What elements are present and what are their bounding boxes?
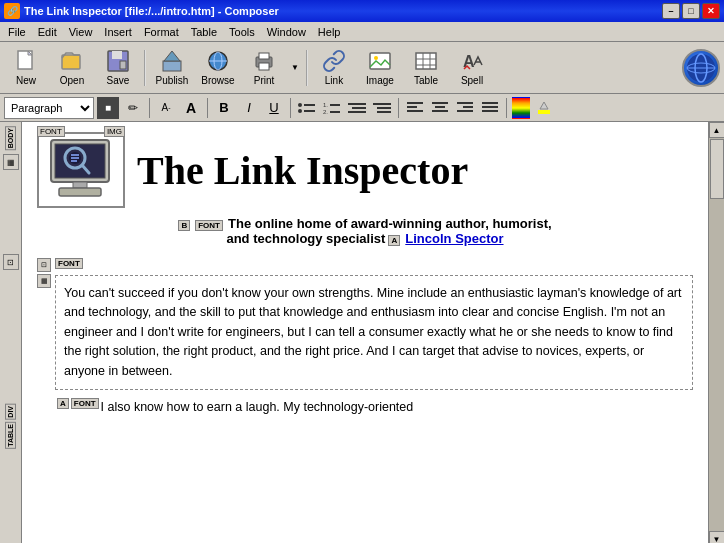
- save-icon: [106, 49, 130, 73]
- a-tag-2: A: [57, 398, 69, 409]
- image-label: Image: [366, 75, 394, 86]
- maximize-button[interactable]: □: [682, 3, 700, 19]
- fmt-sep-2: [207, 98, 208, 118]
- author-link[interactable]: Lincoln Spector: [405, 231, 503, 246]
- image-button[interactable]: Image: [358, 46, 402, 90]
- menu-tools[interactable]: Tools: [223, 24, 261, 40]
- sidebar-icon-2[interactable]: ⊡: [3, 254, 19, 270]
- body-paragraph-2: I also know how to earn a laugh. My tech…: [101, 398, 414, 417]
- fmt-sep-4: [398, 98, 399, 118]
- table-button[interactable]: Table: [404, 46, 448, 90]
- spell-button[interactable]: A Spell: [450, 46, 494, 90]
- print-icon: [252, 49, 276, 73]
- align-center-btn[interactable]: [429, 97, 451, 119]
- menubar: File Edit View Insert Format Table Tools…: [0, 22, 724, 42]
- menu-help[interactable]: Help: [312, 24, 347, 40]
- svg-text:1.: 1.: [323, 102, 328, 108]
- open-label: Open: [60, 75, 84, 86]
- print-label: Print: [254, 75, 275, 86]
- svg-rect-12: [259, 53, 269, 59]
- browser-globe: [682, 49, 720, 87]
- print-button[interactable]: Print: [242, 46, 286, 90]
- font-tag-2: FONT: [71, 398, 99, 409]
- font-increase-btn[interactable]: A: [180, 97, 202, 119]
- svg-rect-13: [259, 63, 269, 70]
- window-title: The Link Inspector [file:/.../intro.htm]…: [24, 5, 662, 17]
- pencil-btn[interactable]: ✏: [122, 97, 144, 119]
- link-button[interactable]: Link: [312, 46, 356, 90]
- ul-btn[interactable]: [296, 97, 318, 119]
- format-toolbar: Paragraph Heading 1 Heading 2 Normal ■ ✏…: [0, 94, 724, 122]
- body-tags-row: FONT: [55, 256, 693, 269]
- font-tag-intro: FONT: [195, 220, 223, 231]
- browse-button[interactable]: Browse: [196, 46, 240, 90]
- table-icon: [414, 49, 438, 73]
- svg-rect-5: [120, 61, 126, 69]
- menu-file[interactable]: File: [2, 24, 32, 40]
- font-color-btn[interactable]: ■: [97, 97, 119, 119]
- menu-table[interactable]: Table: [185, 24, 223, 40]
- browse-icon: [206, 49, 230, 73]
- intro-section: B FONT The online home of award-winning …: [37, 216, 693, 246]
- highlight-btn[interactable]: [533, 97, 555, 119]
- italic-btn[interactable]: I: [238, 97, 260, 119]
- publish-button[interactable]: Publish: [150, 46, 194, 90]
- scroll-up-button[interactable]: ▲: [709, 122, 725, 138]
- fmt-sep-1: [149, 98, 150, 118]
- table-label: Table: [414, 75, 438, 86]
- svg-point-15: [374, 56, 378, 60]
- align-left-btn[interactable]: [404, 97, 426, 119]
- align-right-btn[interactable]: [454, 97, 476, 119]
- open-button[interactable]: Open: [50, 46, 94, 90]
- close-button[interactable]: ✕: [702, 3, 720, 19]
- font-tag-body: FONT: [55, 258, 83, 269]
- new-button[interactable]: New: [4, 46, 48, 90]
- font-tag-header: FONT: [37, 126, 65, 137]
- body-tag[interactable]: BODY: [5, 126, 16, 150]
- svg-rect-53: [538, 110, 550, 114]
- print-dropdown[interactable]: ▼: [288, 46, 302, 90]
- bold-btn[interactable]: B: [213, 97, 235, 119]
- body-left-tags: ⊡ ▦: [37, 256, 55, 390]
- align-justify-btn[interactable]: [479, 97, 501, 119]
- second-para-section: A FONT I also know how to earn a laugh. …: [37, 398, 693, 417]
- paragraph-style-select[interactable]: Paragraph Heading 1 Heading 2 Normal: [4, 97, 94, 119]
- img-tag: IMG: [104, 126, 125, 137]
- minimize-button[interactable]: –: [662, 3, 680, 19]
- menu-format[interactable]: Format: [138, 24, 185, 40]
- menu-view[interactable]: View: [63, 24, 99, 40]
- scroll-down-button[interactable]: ▼: [709, 531, 725, 543]
- b-tag: B: [178, 220, 190, 231]
- content-area[interactable]: IMG FONT: [22, 122, 708, 543]
- titlebar: 🔗 The Link Inspector [file:/.../intro.ht…: [0, 0, 724, 22]
- indent-btn[interactable]: [371, 97, 393, 119]
- body-icon-1[interactable]: ⊡: [37, 258, 51, 272]
- fmt-sep-5: [506, 98, 507, 118]
- ol-btn[interactable]: 1.2.: [321, 97, 343, 119]
- svg-rect-6: [163, 61, 181, 71]
- color-picker-btn[interactable]: [512, 97, 530, 119]
- image-icon: [368, 49, 392, 73]
- font-decrease-btn[interactable]: A-: [155, 97, 177, 119]
- a-tag: A: [388, 235, 400, 246]
- scroll-thumb[interactable]: [710, 139, 724, 199]
- menu-edit[interactable]: Edit: [32, 24, 63, 40]
- div-tag[interactable]: DIV: [5, 404, 16, 420]
- content-inner: IMG FONT: [22, 122, 708, 427]
- link-label: Link: [325, 75, 343, 86]
- main-area: BODY ▦ ⊡ DIV TABLE IMG FONT: [0, 122, 724, 543]
- table-tag-sidebar[interactable]: TABLE: [5, 422, 16, 449]
- menu-insert[interactable]: Insert: [98, 24, 138, 40]
- link-icon: [322, 49, 346, 73]
- outdent-btn[interactable]: [346, 97, 368, 119]
- svg-rect-62: [73, 182, 87, 188]
- underline-btn[interactable]: U: [263, 97, 285, 119]
- fmt-sep-3: [290, 98, 291, 118]
- sidebar-icon-1[interactable]: ▦: [3, 154, 19, 170]
- menu-window[interactable]: Window: [261, 24, 312, 40]
- body-icon-2[interactable]: ▦: [37, 274, 51, 288]
- new-label: New: [16, 75, 36, 86]
- body-paragraph: You can't succeed if you don't know your…: [64, 284, 684, 381]
- vertical-scrollbar: ▲ ▼: [708, 122, 724, 543]
- save-button[interactable]: Save: [96, 46, 140, 90]
